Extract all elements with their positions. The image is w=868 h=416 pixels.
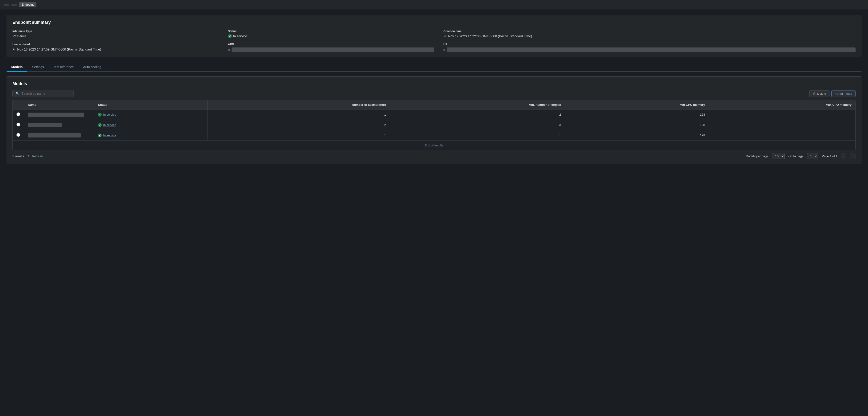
row-status-link[interactable]: In service (98, 113, 204, 117)
next-page-button[interactable]: › (850, 153, 856, 159)
results-count: 3 results (12, 154, 24, 158)
th-min-copies: Min. number of copies (390, 100, 565, 110)
go-to-page-select[interactable]: 1 (807, 153, 818, 159)
row-accelerators: 2 (207, 120, 390, 130)
th-accelerators: Number of accelerators (207, 100, 390, 110)
row-min-copies: 1 (390, 130, 565, 141)
refresh-icon: ↻ (28, 154, 31, 158)
tab-settings[interactable]: Settings (27, 63, 49, 72)
row-min-cpu: 128 (565, 130, 709, 141)
row-name-cell (24, 120, 94, 130)
arn-block: ARN ⧉ (228, 43, 434, 52)
row-name-cell (24, 130, 94, 141)
row-status-icon (98, 113, 102, 117)
row-max-cpu (709, 120, 855, 130)
breadcrumb-2[interactable] (11, 4, 17, 6)
th-checkbox (13, 100, 24, 110)
th-status: Status (94, 100, 207, 110)
end-of-results: End of results (13, 141, 855, 150)
models-toolbar: 🔍 🗑 Delete + Add model (12, 90, 856, 97)
tab-auto-scaling[interactable]: Auto-scaling (79, 63, 106, 72)
row-radio-1[interactable] (17, 123, 20, 126)
row-radio-cell[interactable] (13, 130, 24, 141)
row-accelerators: 1 (207, 110, 390, 120)
tab-models[interactable]: Models (7, 63, 27, 72)
url-copy-icon[interactable]: ⧉ (443, 48, 445, 52)
row-status-text: In service (103, 123, 116, 127)
last-updated-label: Last updated (12, 43, 219, 46)
per-page-select[interactable]: 10 25 50 (772, 153, 785, 159)
delete-label: Delete (817, 92, 826, 95)
row-radio-cell[interactable] (13, 120, 24, 130)
last-updated-value: Fri Nov 17 2023 14:27:59 GMT-0800 (Pacif… (12, 48, 219, 51)
page-info: Page 1 of 1 (822, 154, 837, 158)
models-section-title: Models (12, 81, 856, 86)
endpoint-summary-card: Endpoint summary Inference Type Real-tim… (7, 15, 861, 57)
top-navigation: Endpoint (0, 0, 868, 9)
url-block: URL ⧉ (443, 43, 856, 52)
tabs-container: Models Settings Test inference Auto-scal… (7, 63, 861, 72)
creation-time-value: Fri Nov 17 2023 14:22:36 GMT-0800 (Pacif… (443, 34, 856, 38)
trash-icon: 🗑 (813, 92, 816, 95)
row-radio-0[interactable] (17, 112, 20, 116)
row-name-cell (24, 110, 94, 120)
status-icon-green (228, 34, 232, 38)
row-accelerators: 1 (207, 130, 390, 141)
row-status-cell: In service (94, 110, 207, 120)
row-radio-cell[interactable] (13, 110, 24, 120)
delete-button[interactable]: 🗑 Delete (809, 90, 830, 97)
arn-masked-value (231, 48, 434, 52)
row-name-bar (28, 133, 81, 138)
inference-type-label: Inference Type (12, 30, 219, 33)
row-min-cpu: 128 (565, 110, 709, 120)
table-header-row: Name Status Number of accelerators Min. … (13, 100, 855, 110)
row-status-link[interactable]: In service (98, 133, 204, 137)
inference-type-block: Inference Type Real-time (12, 30, 219, 38)
status-label: Status (228, 30, 434, 33)
pagination-controls: Models per page 10 25 50 Go to page 1 Pa… (746, 153, 856, 159)
search-icon: 🔍 (16, 92, 20, 95)
add-model-label: + Add model (835, 92, 852, 95)
add-model-button[interactable]: + Add model (831, 90, 856, 97)
row-status-cell: In service (94, 120, 207, 130)
search-box[interactable]: 🔍 (12, 90, 73, 97)
go-to-page-label: Go to page (788, 154, 803, 158)
row-status-icon (98, 133, 102, 137)
url-masked-value (447, 48, 856, 52)
creation-time-block: Creation time Fri Nov 17 2023 14:22:36 G… (443, 30, 856, 38)
row-status-link[interactable]: In service (98, 123, 204, 127)
th-max-cpu: Max CPU memory (709, 100, 855, 110)
tab-test-inference[interactable]: Test inference (49, 63, 79, 72)
arn-label: ARN (228, 43, 434, 46)
table-footer: 3 results ↻ Refresh Models per page 10 2… (12, 150, 856, 159)
action-buttons: 🗑 Delete + Add model (809, 90, 856, 97)
th-name: Name (24, 100, 94, 110)
models-table-wrapper: Name Status Number of accelerators Min. … (12, 100, 856, 150)
models-section: Models 🔍 🗑 Delete + Add model (7, 77, 861, 164)
per-page-label: Models per page (746, 154, 768, 158)
arn-copy-icon[interactable]: ⧉ (228, 48, 230, 52)
url-field: ⧉ (443, 48, 856, 52)
models-table: Name Status Number of accelerators Min. … (13, 100, 855, 141)
table-row: In service 1 1 128 (13, 130, 855, 141)
breadcrumb-1[interactable] (4, 4, 9, 6)
last-updated-block: Last updated Fri Nov 17 2023 14:27:59 GM… (12, 43, 219, 52)
table-row: In service 1 2 128 (13, 110, 855, 120)
refresh-button[interactable]: ↻ Refresh (28, 154, 43, 158)
row-name-bar (28, 113, 84, 117)
url-label: URL (443, 43, 856, 46)
refresh-label: Refresh (32, 154, 43, 158)
status-value: In service (233, 34, 247, 38)
arn-field: ⧉ (228, 48, 434, 52)
main-content: Endpoint summary Inference Type Real-tim… (0, 9, 868, 170)
breadcrumb-endpoint[interactable]: Endpoint (19, 2, 36, 7)
prev-page-button[interactable]: ‹ (841, 153, 847, 159)
th-min-cpu: Min CPU memory (565, 100, 709, 110)
table-row: In service 2 3 128 (13, 120, 855, 130)
row-name-bar (28, 123, 62, 127)
search-input[interactable] (21, 92, 70, 95)
row-status-text: In service (103, 133, 116, 137)
row-radio-2[interactable] (17, 133, 20, 137)
row-min-cpu: 128 (565, 120, 709, 130)
summary-grid: Inference Type Real-time Status In servi… (12, 30, 856, 52)
